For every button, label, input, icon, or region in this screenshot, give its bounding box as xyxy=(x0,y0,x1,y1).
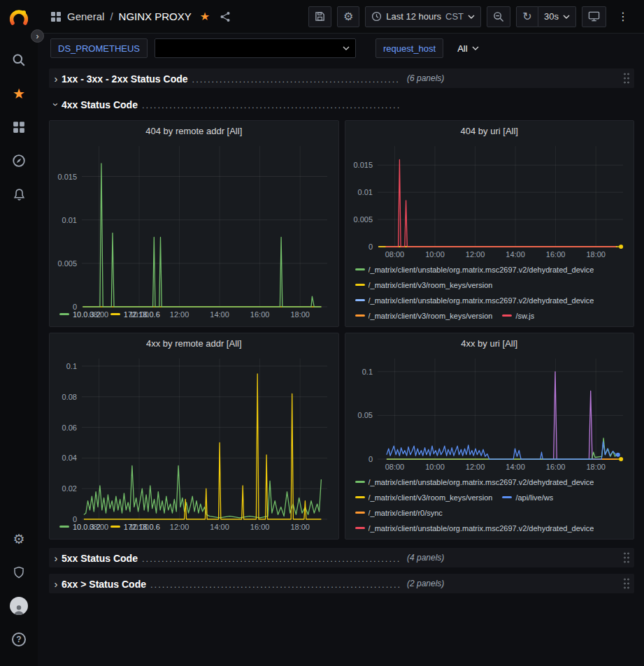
time-series-chart[interactable]: 08:0010:0012:0014:0016:0018:0000.0050.01… xyxy=(50,140,338,305)
panel-4xx-by-uri: 4xx by uri [All] 08:0010:0012:0014:0016:… xyxy=(345,333,635,540)
svg-text:0.01: 0.01 xyxy=(62,216,77,224)
kebab-icon: ⋮ xyxy=(617,11,629,22)
legend-series-swatch xyxy=(355,496,365,498)
legend-series-label: /_matrix/client/v3/room_keys/version xyxy=(368,281,493,289)
zoom-out-button[interactable] xyxy=(487,6,510,27)
row-drag-handle-icon[interactable] xyxy=(623,551,630,564)
svg-text:14:00: 14:00 xyxy=(506,250,525,259)
time-series-chart[interactable]: 08:0010:0012:0014:0016:0018:0000.0050.01… xyxy=(345,140,634,261)
sidebar: ★ ⚙ xyxy=(0,0,38,666)
svg-text:08:00: 08:00 xyxy=(385,250,404,259)
svg-text:14:00: 14:00 xyxy=(210,310,229,319)
save-dashboard-button[interactable] xyxy=(308,6,331,27)
svg-text:10:00: 10:00 xyxy=(425,463,445,471)
floppy-icon xyxy=(315,11,325,22)
svg-text:0.08: 0.08 xyxy=(62,393,77,401)
legend-series-label: /_matrix/client/v3/room_keys/version xyxy=(368,493,493,502)
legend-item[interactable]: /_matrix/client/v3/room_keys/version xyxy=(355,309,493,322)
explore-compass-icon[interactable] xyxy=(5,144,33,178)
row-dots-leader: ........................................… xyxy=(142,553,400,564)
starred-dashboards-icon[interactable]: ★ xyxy=(5,77,33,110)
svg-text:0.015: 0.015 xyxy=(353,161,373,169)
svg-text:0.005: 0.005 xyxy=(353,215,373,224)
legend-item[interactable]: /_matrix/client/r0/sync xyxy=(355,506,443,519)
refresh-button[interactable]: ↻ xyxy=(516,6,538,27)
topbar-actions: ⚙ Last 12 hours CST xyxy=(308,6,634,27)
row-title: 1xx - 3xx - 2xx Status Code xyxy=(62,73,188,85)
panel-title[interactable]: 404 by uri [All] xyxy=(345,121,634,140)
breadcrumb: General / NGINX PROXY ★ xyxy=(50,10,231,23)
row-drag-handle-icon[interactable] xyxy=(623,577,630,590)
panel-4xx-by-remote-addr: 4xx by remote addr [All] 08:0010:0012:00… xyxy=(49,333,339,540)
legend-item[interactable]: /_matrix/client/unstable/org.matrix.msc2… xyxy=(355,263,594,276)
svg-text:0: 0 xyxy=(368,455,372,463)
legend-series-swatch xyxy=(355,512,365,514)
sidebar-expand-button[interactable]: › xyxy=(31,29,44,43)
legend-item[interactable]: /_matrix/client/unstable/org.matrix.msc2… xyxy=(355,521,594,535)
dashboard-settings-button[interactable]: ⚙ xyxy=(337,6,359,27)
time-range-picker[interactable]: Last 12 hours CST xyxy=(365,6,481,27)
request-host-variable-label[interactable]: request_host xyxy=(375,38,443,58)
panel-title[interactable]: 404 by remote addr [All] xyxy=(50,121,338,140)
admin-shield-icon[interactable] xyxy=(5,556,33,589)
svg-text:08:00: 08:00 xyxy=(385,463,404,471)
svg-text:0: 0 xyxy=(73,303,77,311)
svg-text:12:00: 12:00 xyxy=(170,523,189,531)
refresh-group: ↻ 30s xyxy=(516,6,576,27)
user-avatar[interactable] xyxy=(5,589,33,623)
row-1xx-3xx-2xx[interactable]: › 1xx - 3xx - 2xx Status Code ..........… xyxy=(49,68,634,88)
legend-item[interactable]: /_matrix/client/unstable/org.matrix.msc2… xyxy=(355,294,594,307)
svg-text:0.1: 0.1 xyxy=(66,362,77,370)
chevron-right-icon: › xyxy=(50,552,62,564)
more-options-kebab[interactable]: ⋮ xyxy=(612,6,634,27)
variables-bar: DS_PROMETHEUS request_host All xyxy=(38,34,644,63)
panel-title[interactable]: 4xx by uri [All] xyxy=(345,333,634,353)
grafana-logo-icon[interactable] xyxy=(6,6,31,31)
favorite-star-icon[interactable]: ★ xyxy=(200,10,210,23)
row-4xx[interactable]: › 4xx Status Code ......................… xyxy=(49,94,634,114)
server-admin-gear-icon[interactable]: ⚙ xyxy=(5,522,33,556)
svg-text:12:00: 12:00 xyxy=(465,463,485,471)
tv-mode-button[interactable] xyxy=(582,6,606,27)
grafana-app: ★ ⚙ xyxy=(0,0,644,666)
legend-series-label: /_matrix/client/v3/room_keys/version xyxy=(368,312,493,320)
legend-series-swatch xyxy=(355,481,365,483)
share-icon[interactable] xyxy=(220,11,231,22)
datasource-variable-label[interactable]: DS_PROMETHEUS xyxy=(50,38,148,58)
dashboard-grid-icon xyxy=(50,11,62,22)
row-6xx[interactable]: › 6xx > Status Code ....................… xyxy=(49,574,634,593)
legend-series-label: /_matrix/client/unstable/org.matrix.msc2… xyxy=(368,266,594,274)
search-icon[interactable] xyxy=(5,43,33,77)
alerting-bell-icon[interactable] xyxy=(5,178,33,211)
svg-text:18:00: 18:00 xyxy=(586,463,606,471)
refresh-interval-picker[interactable]: 30s xyxy=(538,6,576,27)
row-5xx[interactable]: › 5xx Status Code ......................… xyxy=(49,548,634,567)
legend-item[interactable]: /sw.js xyxy=(502,309,534,322)
legend-item[interactable]: /_matrix/client/v3/room_keys/version xyxy=(355,278,493,291)
legend-series-swatch xyxy=(355,284,365,286)
breadcrumb-section[interactable]: General xyxy=(67,10,104,22)
svg-text:08:00: 08:00 xyxy=(90,310,109,319)
timezone-label: CST xyxy=(445,11,464,22)
time-series-chart[interactable]: 08:0010:0012:0014:0016:0018:0000.050.1 xyxy=(345,353,634,473)
dashboards-icon[interactable] xyxy=(5,110,33,144)
time-series-chart[interactable]: 08:0010:0012:0014:0016:0018:0000.020.040… xyxy=(50,353,338,518)
legend-series-label: /api/live/ws xyxy=(515,493,553,502)
request-host-variable-select[interactable]: All xyxy=(450,38,485,58)
svg-text:0.015: 0.015 xyxy=(57,173,77,181)
help-icon[interactable]: ? xyxy=(5,623,33,656)
datasource-variable-select[interactable] xyxy=(155,38,356,58)
legend-series-swatch xyxy=(355,314,365,317)
chevron-right-icon: › xyxy=(50,73,62,85)
legend-item[interactable]: /api/live/ws xyxy=(502,491,553,504)
panel-title[interactable]: 4xx by remote addr [All] xyxy=(50,333,338,353)
legend-series-label: /_matrix/client/unstable/org.matrix.msc2… xyxy=(368,478,594,486)
row-dots-leader: ........................................… xyxy=(142,100,400,110)
legend-item[interactable]: /_matrix/client/unstable/org.matrix.msc2… xyxy=(355,475,594,488)
chart-legend: /_matrix/client/unstable/org.matrix.msc2… xyxy=(345,261,634,326)
legend-item[interactable]: /_matrix/client/v3/room_keys/version xyxy=(355,491,493,504)
row-drag-handle-icon[interactable] xyxy=(623,72,630,85)
legend-series-swatch xyxy=(355,527,365,529)
dashboard-title[interactable]: NGINX PROXY xyxy=(119,10,192,22)
svg-text:0.005: 0.005 xyxy=(57,259,77,268)
